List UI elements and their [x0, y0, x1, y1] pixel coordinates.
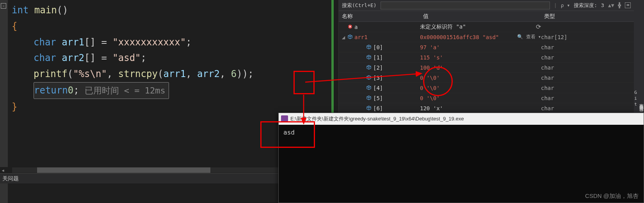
- var-type: char: [541, 105, 634, 111]
- expand-icon[interactable]: ◢: [341, 34, 346, 40]
- problems-label[interactable]: 关问题: [0, 175, 19, 182]
- hex-icon[interactable]: ⌨: [625, 2, 631, 8]
- var-value: 100 'd': [420, 65, 443, 71]
- variable-icon: [366, 105, 372, 111]
- search-input[interactable]: [381, 2, 550, 9]
- var-value: 97 'a': [420, 44, 440, 50]
- error-icon: [347, 24, 353, 30]
- paren: (): [57, 5, 68, 16]
- var-name: [0]: [373, 44, 383, 50]
- watch-row[interactable]: a未定义标识符 "a"⟳: [339, 22, 634, 32]
- var-value: 0 '\0': [420, 85, 440, 91]
- variable-icon: [366, 75, 372, 81]
- watch-header: 名称 值 类型: [339, 11, 634, 22]
- watch-row[interactable]: [1]115 's'char: [339, 52, 634, 63]
- add-icon[interactable]: ╬: [618, 2, 621, 8]
- watermark: CSDN @加油，旭杏: [585, 192, 639, 200]
- var-value: 0x0000001516affc38 "asd": [420, 34, 499, 40]
- var-name: [1]: [373, 54, 383, 61]
- var-type: char: [541, 44, 634, 50]
- var-type: char: [541, 65, 634, 71]
- variable-icon: [366, 85, 372, 91]
- change-marker: [331, 0, 334, 117]
- var-name: [5]: [373, 95, 383, 101]
- var-type: char: [541, 95, 634, 101]
- var-name: arr1: [354, 34, 368, 40]
- hdr-name[interactable]: 名称: [339, 13, 420, 20]
- var-type: char: [541, 85, 634, 91]
- search-options-icon[interactable]: ρ ▾: [561, 2, 570, 8]
- variable-icon: [366, 54, 372, 61]
- var-type: char: [541, 75, 634, 81]
- watch-rows: a未定义标识符 "a"⟳◢arr10x0000001516affc38 "asd…: [339, 22, 634, 124]
- tab-explorer[interactable]: 案资源管理器: [638, 99, 644, 106]
- var-value: 0 '\0': [420, 75, 440, 81]
- func-name: main: [34, 5, 57, 16]
- variable-icon: [366, 44, 372, 50]
- var-value: 120 'x': [420, 105, 443, 111]
- keyword: int: [12, 5, 28, 16]
- var-name: a: [354, 24, 358, 30]
- view-button[interactable]: 🔍 查看 ▾: [517, 34, 541, 40]
- elapsed-hint: 已用时间 < = 12ms: [85, 83, 165, 98]
- var-value: 0 '\0': [420, 95, 440, 101]
- variable-icon: [366, 65, 372, 71]
- search-hint: 搜索(Ctrl+E): [342, 2, 377, 9]
- variable-icon: [347, 34, 353, 40]
- variable-icon: [366, 95, 372, 101]
- depth-value: 3: [601, 2, 604, 8]
- scroll-thumb[interactable]: [37, 167, 210, 173]
- refresh-icon[interactable]: ⟳: [536, 23, 541, 31]
- watch-row[interactable]: [2]100 'd'char: [339, 63, 634, 73]
- var-type: char[12]: [541, 34, 634, 40]
- watch-row[interactable]: [0]97 'a'char: [339, 42, 634, 52]
- hdr-type[interactable]: 类型: [541, 13, 634, 20]
- var-name: [2]: [373, 65, 383, 71]
- var-value: 115 's': [420, 54, 443, 61]
- watch-row[interactable]: [5]0 '\0'char: [339, 93, 634, 103]
- current-line: return 0; 已用时间 < = 12ms: [34, 82, 169, 99]
- var-value: 未定义标识符 "a": [420, 23, 466, 31]
- depth-label: 搜索深度:: [574, 2, 597, 9]
- watch-toolbar: 搜索(Ctrl+E) | ρ ▾ 搜索深度: 3 ▲▼ ╬ ⌨: [339, 0, 634, 11]
- var-type: char: [541, 54, 634, 61]
- var-name: [6]: [373, 105, 383, 111]
- code-lines: int main() { char arr1[] = "xxxxxxxxxxx"…: [0, 0, 338, 115]
- fold-minus-icon[interactable]: -: [1, 3, 6, 9]
- watch-row[interactable]: [6]120 'x'char: [339, 103, 634, 113]
- watch-row[interactable]: [3]0 '\0'char: [339, 73, 634, 83]
- brace: {: [12, 21, 17, 32]
- hdr-value[interactable]: 值: [420, 13, 541, 20]
- console-titlebar[interactable]: E:\新建文件夹\新建文件夹\greedy-snake\test_9_19\x6…: [279, 113, 644, 125]
- var-name: [4]: [373, 85, 383, 91]
- watch-row[interactable]: [4]0 '\0'char: [339, 83, 634, 93]
- console-title-text: E:\新建文件夹\新建文件夹\greedy-snake\test_9_19\x6…: [290, 115, 464, 122]
- watch-row[interactable]: ◢arr10x0000001516affc38 "asd"🔍 查看 ▾char[…: [339, 32, 634, 42]
- scroll-left-icon[interactable]: ◀: [0, 168, 6, 172]
- console-window[interactable]: E:\新建文件夹\新建文件夹\greedy-snake\test_9_19\x6…: [278, 113, 644, 203]
- app-icon: [281, 115, 288, 122]
- console-output: asd: [279, 125, 644, 140]
- var-name: [3]: [373, 75, 383, 81]
